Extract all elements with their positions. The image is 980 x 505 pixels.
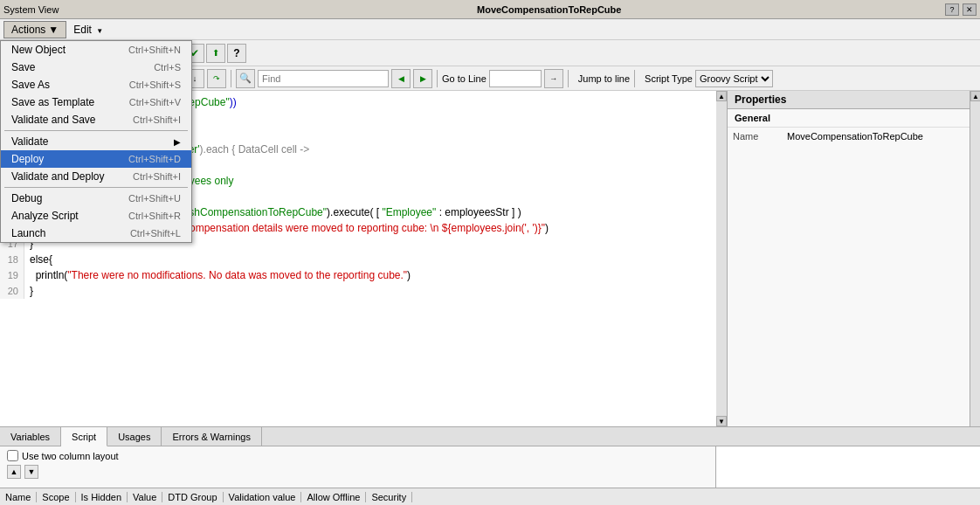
help-icon[interactable]: ? xyxy=(227,44,246,63)
scroll-up-arrow[interactable]: ▲ xyxy=(716,91,727,101)
sep-debug xyxy=(4,187,188,188)
tab-errors-warnings[interactable]: Errors & Warnings xyxy=(162,427,261,446)
use-two-column-checkbox[interactable] xyxy=(7,450,18,461)
column-headers: Name Scope Is Hidden Value DTD Group Val… xyxy=(0,488,980,505)
sep5 xyxy=(568,70,569,87)
col-name: Name xyxy=(0,492,37,502)
title-bar-title: MoveCompensationToRepCube xyxy=(477,4,943,15)
find-prev-icon[interactable]: ◀ xyxy=(391,69,411,88)
properties-title: Properties xyxy=(728,91,980,109)
col-offline: Allow Offline xyxy=(301,492,366,502)
bottom-tabs: Variables Script Usages Errors & Warning… xyxy=(0,427,980,446)
close-button[interactable]: ✕ xyxy=(963,3,977,16)
edit-menu-item[interactable]: Edit ▼ xyxy=(66,22,110,38)
jump-to-line-label: Jump to line xyxy=(578,73,630,84)
col-value: Value xyxy=(128,492,162,502)
help-button[interactable]: ? xyxy=(945,3,959,16)
script-type-select[interactable]: Groovy Script xyxy=(695,70,773,87)
actions-dropdown-overlay: New Object Ctrl+Shift+N Save Ctrl+S Save… xyxy=(0,40,192,243)
props-scroll-up[interactable]: ▲ xyxy=(970,91,980,101)
col-validation: Validation value xyxy=(224,492,302,502)
find-input[interactable] xyxy=(258,70,389,87)
tab-usages[interactable]: Usages xyxy=(107,427,162,446)
menu-new-object[interactable]: New Object Ctrl+Shift+N xyxy=(1,41,191,59)
sep6 xyxy=(634,70,635,87)
actions-menu-button[interactable]: Actions ▼ xyxy=(3,21,66,38)
menu-analyze-script[interactable]: Analyze Script Ctrl+Shift+R xyxy=(1,207,191,225)
arrow-down-btn[interactable]: ▼ xyxy=(24,465,38,479)
menu-debug[interactable]: Debug Ctrl+Shift+U xyxy=(1,190,191,207)
general-section: General xyxy=(728,109,980,128)
title-bar-system-view: System View xyxy=(3,4,470,15)
name-prop-value: MoveCompensationToRepCube xyxy=(783,129,978,143)
script-type-label: Script Type xyxy=(645,73,693,84)
tab-variables[interactable]: Variables xyxy=(0,427,61,446)
properties-table: Name MoveCompensationToRepCube xyxy=(728,128,980,145)
scroll-down-arrow[interactable]: ▼ xyxy=(716,416,727,426)
sep-validate xyxy=(4,130,188,131)
goto-arrow-icon[interactable]: → xyxy=(544,69,563,88)
goto-line-label: Go to Line xyxy=(442,73,487,84)
tab-script[interactable]: Script xyxy=(61,427,107,446)
title-bar: System View MoveCompensationToRepCube ? … xyxy=(0,0,980,19)
menu-bar: Actions ▼ Edit ▼ xyxy=(0,19,980,40)
menu-validate-save[interactable]: Validate and Save Ctrl+Shift+I xyxy=(1,111,191,128)
arrow-up-btn[interactable]: ▲ xyxy=(7,465,21,479)
col-hidden: Is Hidden xyxy=(76,492,128,502)
sep3 xyxy=(231,70,231,87)
actions-dropdown-arrow: ▼ xyxy=(48,24,59,36)
code-line-18: 18 else{ xyxy=(0,252,727,267)
col-scope: Scope xyxy=(37,492,75,502)
col-security: Security xyxy=(366,492,412,502)
table-row: Name MoveCompensationToRepCube xyxy=(729,129,978,143)
deploy-icon[interactable]: ⬆ xyxy=(206,44,225,63)
sep4 xyxy=(437,70,438,87)
menu-launch[interactable]: Launch Ctrl+Shift+L xyxy=(1,225,191,242)
menu-deploy[interactable]: Deploy Ctrl+Shift+D xyxy=(1,150,191,168)
menu-validate[interactable]: Validate ▶ xyxy=(1,133,191,150)
bottom-arrows: ▲ ▼ xyxy=(7,465,708,479)
menu-save-as[interactable]: Save As Ctrl+Shift+S xyxy=(1,76,191,93)
goto-line-input[interactable] xyxy=(489,70,542,87)
use-two-column-label: Use two column layout xyxy=(22,451,119,461)
use-two-column-row: Use two column layout xyxy=(7,450,708,461)
name-prop-label: Name xyxy=(729,129,782,143)
actions-dropdown: New Object Ctrl+Shift+N Save Ctrl+S Save… xyxy=(0,40,192,243)
menu-validate-deploy[interactable]: Validate and Deploy Ctrl+Shift+I xyxy=(1,168,191,185)
col-dtd: DTD Group xyxy=(162,492,223,502)
bottom-panel: Variables Script Usages Errors & Warning… xyxy=(0,426,980,505)
find-next-icon[interactable]: ▶ xyxy=(413,69,432,88)
code-line-19: 19 println("There were no modifications.… xyxy=(0,267,727,283)
edit-dropdown-arrow: ▼ xyxy=(96,27,103,35)
search-icon[interactable]: 🔍 xyxy=(236,69,255,88)
menu-save-as-template[interactable]: Save as Template Ctrl+Shift+V xyxy=(1,93,191,111)
menu-save[interactable]: Save Ctrl+S xyxy=(1,59,191,76)
code-line-20: 20 } xyxy=(0,283,727,299)
step-over-icon[interactable]: ↷ xyxy=(207,69,226,88)
